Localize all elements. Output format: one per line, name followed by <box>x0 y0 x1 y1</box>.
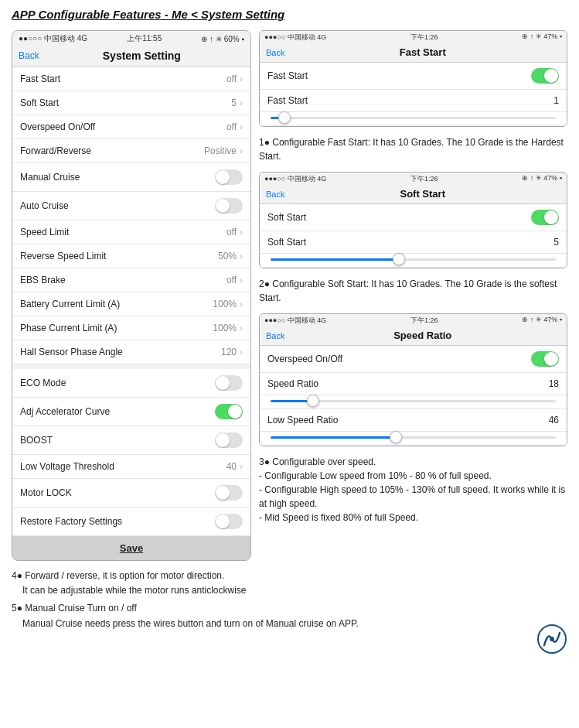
fs-status-left: ●●●○○ 中国移动 4G <box>264 32 326 43</box>
toggle-fast-start[interactable] <box>531 68 559 84</box>
fs-row2-value: 1 <box>553 95 559 106</box>
menu-item-phase-current[interactable]: Phase Current Limit (A) 100% › <box>12 316 250 340</box>
left-back-button[interactable]: Back <box>19 50 39 61</box>
fast-start-status-bar: ●●●○○ 中国移动 4G 下午1:26 ⊕ ↑ ✳ 47% ▪ <box>260 31 567 44</box>
sr-slider1-track[interactable] <box>271 400 556 402</box>
item5-main: 5● Manual Cruise Turn on / off <box>12 601 567 616</box>
ss-slider-row[interactable] <box>260 254 567 268</box>
sr-header: Back Speed Ratio <box>260 327 567 346</box>
left-status-right: ⊕ ↑ ✳ 60% ▪ <box>201 35 244 43</box>
fs-toggle-row[interactable]: Fast Start <box>260 63 567 90</box>
menu-item-overspeed[interactable]: Overspeed On/Off off › <box>12 115 250 139</box>
ss-row2-value: 5 <box>553 237 559 248</box>
menu-item-battery-current[interactable]: Battery Current Limit (A) 100% › <box>12 292 250 316</box>
menu-item-restore-factory[interactable]: Restore Factory Settings <box>12 508 250 536</box>
sr-slider2-thumb[interactable] <box>390 431 402 443</box>
toggle-adj-accel[interactable] <box>215 404 243 419</box>
sr-slider2-row[interactable] <box>260 432 567 446</box>
menu-item-motor-lock[interactable]: Motor LOCK <box>12 479 250 508</box>
menu-item-auto-cruise[interactable]: Auto Cruise <box>12 192 250 220</box>
ss-screen-title: Soft Start <box>284 188 560 200</box>
toggle-boost[interactable] <box>215 432 243 448</box>
chevron-icon: › <box>240 145 243 156</box>
desc3: 3● Configurable over speed. - Configurab… <box>259 453 567 527</box>
chevron-icon: › <box>240 97 243 108</box>
bottom-section: 4● Forward / reverse, it is option for m… <box>12 569 567 631</box>
toggle-restore-factory[interactable] <box>215 514 243 529</box>
desc2: 2● Configurable Soft Start: It has 10 Gr… <box>259 275 567 307</box>
desc3-bullet2: - Configurable High speed to 105% - 130%… <box>259 483 567 511</box>
toggle-overspeed[interactable] <box>531 351 559 367</box>
chevron-icon: › <box>240 73 243 84</box>
desc3-bullet3: - Mid Speed is fixed 80% of full Speed. <box>259 511 567 525</box>
fs-slider-thumb[interactable] <box>278 111 291 124</box>
fs-back-button[interactable]: Back <box>266 48 284 57</box>
left-status-left: ●●○○○ 中国移动 4G <box>19 33 87 44</box>
sr-status-bar: ●●●○○ 中国移动 4G 下午1:26 ⊕ ↑ ✳ 47% ▪ <box>260 314 567 327</box>
left-phone: ●●○○○ 中国移动 4G 上午11:55 ⊕ ↑ ✳ 60% ▪ Back S… <box>12 30 251 561</box>
menu-item-ebs-brake[interactable]: EBS Brake off › <box>12 268 250 292</box>
sr-speed-ratio-row: Speed Ratio 18 <box>260 373 567 395</box>
toggle-manual-cruise[interactable] <box>215 169 243 185</box>
soft-start-phone: ●●●○○ 中国移动 4G 下午1:26 ⊕ ↑ ✳ 47% ▪ Back So… <box>259 172 567 268</box>
left-status-center: 上午11:55 <box>127 33 162 44</box>
sr-low-speed-row: Low Speed Ratio 46 <box>260 409 567 432</box>
ss-status-center: 下午1:26 <box>410 174 438 184</box>
left-menu-list: Fast Start off › Soft Start 5 › Overspee… <box>12 67 250 536</box>
sr-slider2-track[interactable] <box>271 436 556 439</box>
sr-slider1-thumb[interactable] <box>307 395 319 407</box>
left-status-bar: ●●○○○ 中国移动 4G 上午11:55 ⊕ ↑ ✳ 60% ▪ <box>12 31 250 46</box>
fs-slider-track[interactable] <box>271 117 556 119</box>
save-bar: Save <box>12 536 250 560</box>
sr-row2-label: Speed Ratio <box>267 378 318 389</box>
sr-row1-label: Overspeed On/Off <box>267 354 342 364</box>
logo-icon <box>536 624 567 655</box>
ss-row2-label: Soft Start <box>267 237 306 248</box>
ss-row1-label: Soft Start <box>267 212 306 223</box>
sr-row3-value: 46 <box>549 415 559 426</box>
fs-slider-row[interactable] <box>260 112 567 126</box>
menu-item-manual-cruise[interactable]: Manual Cruise <box>12 163 250 192</box>
sr-slider1-row[interactable] <box>260 395 567 409</box>
main-layout: ●●○○○ 中国移动 4G 上午11:55 ⊕ ↑ ✳ 60% ▪ Back S… <box>12 30 567 561</box>
fs-status-center: 下午1:26 <box>410 32 438 43</box>
toggle-auto-cruise[interactable] <box>215 198 243 214</box>
sr-status-center: 下午1:26 <box>410 316 438 326</box>
toggle-eco-mode[interactable] <box>215 375 243 391</box>
menu-item-boost[interactable]: BOOST <box>12 426 250 455</box>
menu-item-hall-sensor[interactable]: Hall Sensor Phase Angle 120 › <box>12 340 250 364</box>
menu-item-fast-start[interactable]: Fast Start off › <box>12 67 250 91</box>
item4-main: 4● Forward / reverse, it is option for m… <box>12 569 567 583</box>
desc3-bullet1: - Configurable Low speed from 10% - 80 %… <box>259 469 567 483</box>
ss-value-row: Soft Start 5 <box>260 231 567 254</box>
menu-item-speed-limit[interactable]: Speed Limit off › <box>12 220 250 244</box>
fs-row1-label: Fast Start <box>267 70 308 81</box>
chevron-icon: › <box>240 461 243 472</box>
fs-screen-title: Fast Start <box>284 46 560 58</box>
ss-toggle-row[interactable]: Soft Start <box>260 204 567 231</box>
toggle-soft-start[interactable] <box>531 210 559 225</box>
left-phone-header: Back System Setting <box>12 46 250 67</box>
speed-ratio-phone: ●●●○○ 中国移动 4G 下午1:26 ⊕ ↑ ✳ 47% ▪ Back Sp… <box>259 313 567 446</box>
ss-back-button[interactable]: Back <box>266 190 284 199</box>
save-button[interactable]: Save <box>120 542 143 554</box>
toggle-motor-lock[interactable] <box>215 485 243 501</box>
desc1: 1● Configurable Fast Start: It has 10 Gr… <box>259 133 567 166</box>
menu-item-reverse-speed-limit[interactable]: Reverse Speed Limit 50% › <box>12 244 250 268</box>
sr-toggle-row[interactable]: Overspeed On/Off <box>260 346 567 373</box>
ss-slider-thumb[interactable] <box>393 253 405 265</box>
menu-item-low-voltage[interactable]: Low Voltage Threshold 40 › <box>12 455 250 479</box>
fs-row2-label: Fast Start <box>267 95 308 106</box>
chevron-icon: › <box>240 227 243 238</box>
chevron-icon: › <box>240 347 243 357</box>
menu-item-eco-mode[interactable]: ECO Mode <box>12 369 250 398</box>
ss-slider-track[interactable] <box>271 258 556 261</box>
item4-sub: It can be adjustable while the motor run… <box>22 583 567 598</box>
svg-point-1 <box>550 637 554 641</box>
fs-status-right: ⊕ ↑ ✳ 47% ▪ <box>522 32 562 43</box>
menu-item-forward-reverse[interactable]: Forward/Reverse Positive › <box>12 139 250 163</box>
sr-back-button[interactable]: Back <box>266 331 284 340</box>
menu-item-soft-start[interactable]: Soft Start 5 › <box>12 91 250 115</box>
menu-item-adj-accel[interactable]: Adj Accelerator Curve <box>12 398 250 426</box>
page-title: APP Configurable Features - Me < System … <box>12 8 567 21</box>
